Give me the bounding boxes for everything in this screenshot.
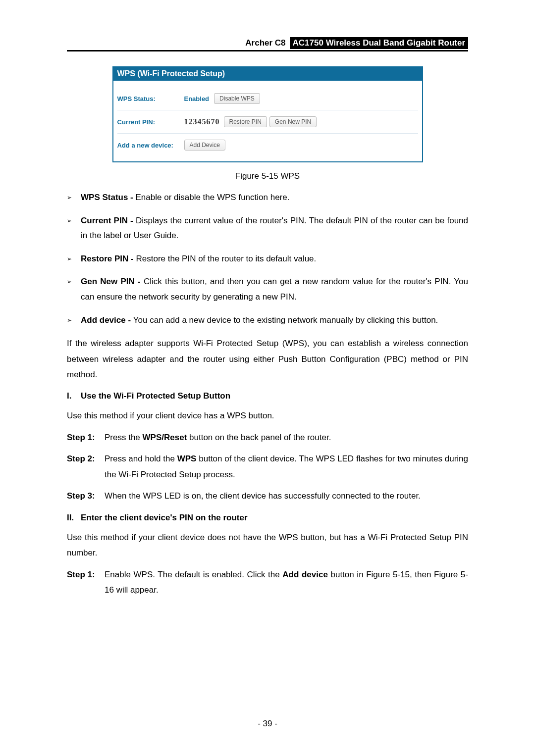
bullet-marker-icon: ➢: [67, 313, 81, 328]
paragraph: If the wireless adapter supports Wi-Fi P…: [67, 336, 468, 382]
figure-caption: Figure 5-15 WPS: [67, 171, 468, 181]
wps-panel-body: WPS Status: Enabled Disable WPS Current …: [113, 81, 422, 161]
bullet-marker-icon: ➢: [67, 190, 81, 205]
step-label: Step 3:: [67, 488, 105, 504]
section-ii-title: II.Enter the client device's PIN on the …: [67, 513, 468, 523]
document-header: Archer C8AC1750 Wireless Dual Band Gigab…: [67, 37, 468, 51]
add-device-row: Add a new device: Add Device: [117, 133, 418, 156]
step-row: Step 1: Enable WPS. The default is enabl…: [67, 567, 468, 598]
add-device-label: Add a new device:: [117, 142, 184, 149]
step-label: Step 1:: [67, 430, 105, 445]
wps-panel: WPS (Wi-Fi Protected Setup) WPS Status: …: [112, 66, 423, 162]
step-row: Step 2: Press and hold the WPS button of…: [67, 451, 468, 482]
page-number: - 39 -: [0, 719, 535, 729]
disable-wps-button[interactable]: Disable WPS: [214, 93, 260, 104]
wps-status-row: WPS Status: Enabled Disable WPS: [117, 86, 418, 110]
current-pin-label: Current PIN:: [117, 118, 184, 126]
bullet-marker-icon: ➢: [67, 252, 81, 267]
bullet-item: ➢ Add device - You can add a new device …: [67, 313, 468, 328]
bullet-text: Add device - You can add a new device to…: [81, 313, 468, 328]
step-row: Step 3: When the WPS LED is on, the clie…: [67, 488, 468, 504]
bullet-list: ➢ WPS Status - Enable or disable the WPS…: [67, 190, 468, 328]
wps-status-value: Enabled: [184, 95, 210, 102]
model-label: Archer C8: [245, 38, 289, 48]
bullet-marker-icon: ➢: [67, 213, 81, 244]
wps-panel-title: WPS (Wi-Fi Protected Setup): [113, 67, 422, 81]
add-device-button[interactable]: Add Device: [184, 140, 225, 151]
step-body: When the WPS LED is on, the client devic…: [105, 488, 468, 504]
bullet-text: Current PIN - Displays the current value…: [81, 213, 468, 244]
restore-pin-button[interactable]: Restore PIN: [224, 116, 267, 127]
bullet-text: WPS Status - Enable or disable the WPS f…: [81, 190, 468, 205]
bullet-marker-icon: ➢: [67, 274, 81, 304]
section-i-title: I.Use the Wi-Fi Protected Setup Button: [67, 391, 468, 401]
step-body: Enable WPS. The default is enabled. Clic…: [105, 567, 468, 598]
step-label: Step 1:: [67, 567, 105, 598]
section-i-intro: Use this method if your client device ha…: [67, 408, 468, 423]
bullet-item: ➢ Current PIN - Displays the current val…: [67, 213, 468, 244]
bullet-text: Restore PIN - Restore the PIN of the rou…: [81, 252, 468, 267]
product-description: AC1750 Wireless Dual Band Gigabit Router: [290, 37, 468, 49]
section-ii-intro: Use this method if your client device do…: [67, 530, 468, 561]
gen-new-pin-button[interactable]: Gen New PIN: [269, 116, 317, 127]
wps-pin-row: Current PIN: 12345670 Restore PIN Gen Ne…: [117, 110, 418, 133]
step-body: Press the WPS/Reset button on the back p…: [105, 430, 468, 445]
step-row: Step 1: Press the WPS/Reset button on th…: [67, 430, 468, 445]
step-body: Press and hold the WPS button of the cli…: [105, 451, 468, 482]
bullet-item: ➢ WPS Status - Enable or disable the WPS…: [67, 190, 468, 205]
current-pin-value: 12345670: [184, 117, 220, 126]
bullet-text: Gen New PIN - Click this button, and the…: [81, 274, 468, 304]
bullet-item: ➢ Restore PIN - Restore the PIN of the r…: [67, 252, 468, 267]
wps-status-label: WPS Status:: [117, 95, 184, 102]
step-label: Step 2:: [67, 451, 105, 482]
bullet-item: ➢ Gen New PIN - Click this button, and t…: [67, 274, 468, 304]
